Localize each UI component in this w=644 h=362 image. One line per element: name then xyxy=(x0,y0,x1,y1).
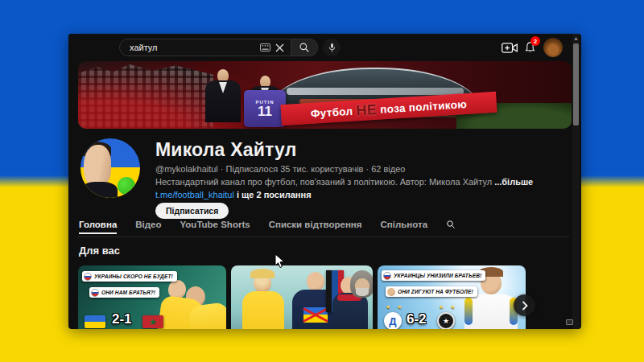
badge-text: УКРАИНЫ СКОРО НЕ БУДЕТ! xyxy=(94,274,173,279)
avatar-face xyxy=(84,145,111,187)
partizan-star: ★ xyxy=(443,317,449,325)
microphone-icon xyxy=(328,43,336,53)
channel-avatar[interactable] xyxy=(80,138,140,198)
shirt-trim-left xyxy=(464,298,473,325)
telegram-link[interactable]: t.me/football_khaitul xyxy=(155,190,234,200)
subscribe-button[interactable]: Підписатися xyxy=(155,203,229,219)
description-more-link[interactable]: ...більше xyxy=(494,177,533,187)
figure-suit xyxy=(205,80,241,122)
dynamo-stars: ★ ★ xyxy=(386,304,405,311)
score-text: 6-2 xyxy=(407,311,427,327)
tab-community[interactable]: Спільнота xyxy=(381,220,428,234)
thumbnail-text-badge: ОНИ НАМ БРАТЬЯ?! xyxy=(89,287,159,298)
search-input[interactable]: хайтул xyxy=(119,39,291,56)
russia-flag-icon xyxy=(383,272,391,280)
scrollbar-up-arrow[interactable]: ▲ xyxy=(572,35,580,42)
description-text: Нестандартний канал про футбол, пов'язан… xyxy=(155,177,494,187)
browser-window-youtube: хайтул 2 xyxy=(68,34,581,329)
desktop-ukraine-flag-background: { "masthead": { "search_value": "хайтул"… xyxy=(0,0,644,362)
create-video-button[interactable] xyxy=(502,41,518,54)
scrollbar-thumb[interactable] xyxy=(573,43,579,125)
ukraine-flag-icon xyxy=(85,315,105,328)
notification-count-badge: 2 xyxy=(530,36,540,46)
tab-playlists[interactable]: Списки відтворення xyxy=(269,220,362,234)
old-man-beard xyxy=(356,288,369,296)
badge-text: УКРАИНЦЫ УНИЗИЛИ БРАТЬЕВ! xyxy=(394,273,481,278)
partizan-crest: ★ xyxy=(437,312,455,329)
channel-search-icon[interactable] xyxy=(446,220,456,234)
tabs-divider xyxy=(78,237,569,237)
score-text: 2-1 xyxy=(112,311,132,327)
avatar-green-ball xyxy=(118,177,135,195)
tab-videos[interactable]: Відео xyxy=(135,220,161,234)
slogan-prefix: Футбол xyxy=(311,105,353,119)
blond-hair xyxy=(250,269,275,278)
carousel-next-button[interactable] xyxy=(514,294,535,316)
official-figure xyxy=(205,69,241,122)
extra-links-label[interactable]: і ще 2 посилання xyxy=(234,190,312,200)
partizan-stars: ★ ★ xyxy=(439,304,458,311)
channel-tabs: Головна Відео YouTube Shorts Списки відт… xyxy=(79,217,456,237)
video-thumbnail-dynamo-partizan[interactable]: УКРАИНЦЫ УНИЗИЛИ БРАТЬЕВ! ОНИ ZИГУЮТ НА … xyxy=(378,265,526,329)
clear-search-icon[interactable] xyxy=(273,41,286,54)
video-thumbnail-dnr-team[interactable]: ФУТБОЛЬНА ЗБІРНА ДНР xyxy=(231,265,373,329)
channel-meta: @mykolakhaitul · Підписалося 35 тис. кор… xyxy=(155,164,405,174)
player-shirt xyxy=(242,291,284,329)
dynamo-letter: Д xyxy=(389,315,396,327)
russia-flag-icon xyxy=(91,289,99,297)
youtube-masthead: хайтул 2 xyxy=(68,34,581,61)
slogan-suffix: поза політикою xyxy=(380,98,468,116)
badge-text: ОНИ НАМ БРАТЬЯ?! xyxy=(101,290,155,295)
mouse-cursor xyxy=(275,253,285,272)
tab-home[interactable]: Головна xyxy=(79,220,117,234)
thumbnail-text-badge: ОНИ ZИГУЮТ НА ФУТБОЛЕ! xyxy=(386,286,477,297)
voice-search-button[interactable] xyxy=(323,39,341,56)
create-video-icon xyxy=(502,42,518,54)
stadium-facade-band xyxy=(287,88,464,95)
chevron-right-icon xyxy=(522,301,528,311)
channel-description[interactable]: Нестандартний канал про футбол, пов'язан… xyxy=(155,177,533,187)
search-icon xyxy=(299,42,310,53)
commentator-face-icon xyxy=(387,288,395,296)
avatar-body xyxy=(80,182,118,198)
keyboard-icon[interactable] xyxy=(258,41,271,54)
video-thumbnail-ukraine-morocco[interactable]: УКРАИНЫ СКОРО НЕ БУДЕТ! ОНИ НАМ БРАТЬЯ?!… xyxy=(78,265,226,329)
tab-shorts[interactable]: YouTube Shorts xyxy=(180,220,250,234)
account-avatar[interactable] xyxy=(543,38,563,57)
scrollbar-bottom-icon[interactable] xyxy=(566,319,573,325)
jersey-number-text: 11 xyxy=(258,105,272,117)
morocco-flag-icon: ★ xyxy=(142,315,163,328)
putin-jersey: PUTIN 11 xyxy=(244,90,286,127)
badge-text: ОНИ ZИГУЮТ НА ФУТБОЛЕ! xyxy=(398,289,473,294)
slogan-emphasis: НЕ xyxy=(356,101,378,119)
channel-links: t.me/football_khaitul і ще 2 посилання xyxy=(155,190,312,200)
search-button[interactable] xyxy=(291,39,318,56)
crossed-ukraine-flag xyxy=(303,307,328,323)
thumbnail-text-badge: УКРАИНЫ СКОРО НЕ БУДЕТ! xyxy=(82,271,177,282)
channel-banner: PUTIN 11 Футбол НЕ поза політикою xyxy=(78,61,572,129)
channel-name: Микола Хайтул xyxy=(155,139,297,161)
coach-head xyxy=(307,272,324,291)
morocco-star: ★ xyxy=(149,317,157,327)
russia-flag-icon xyxy=(84,273,92,281)
dynamo-kyiv-crest: Д xyxy=(384,312,402,329)
old-man-figure xyxy=(350,270,373,298)
section-title-for-you: Для вас xyxy=(79,245,120,257)
thumbnail-text-badge: УКРАИНЦЫ УНИЗИЛИ БРАТЬЕВ! xyxy=(382,270,485,281)
search-query-text[interactable]: хайтул xyxy=(130,43,257,52)
